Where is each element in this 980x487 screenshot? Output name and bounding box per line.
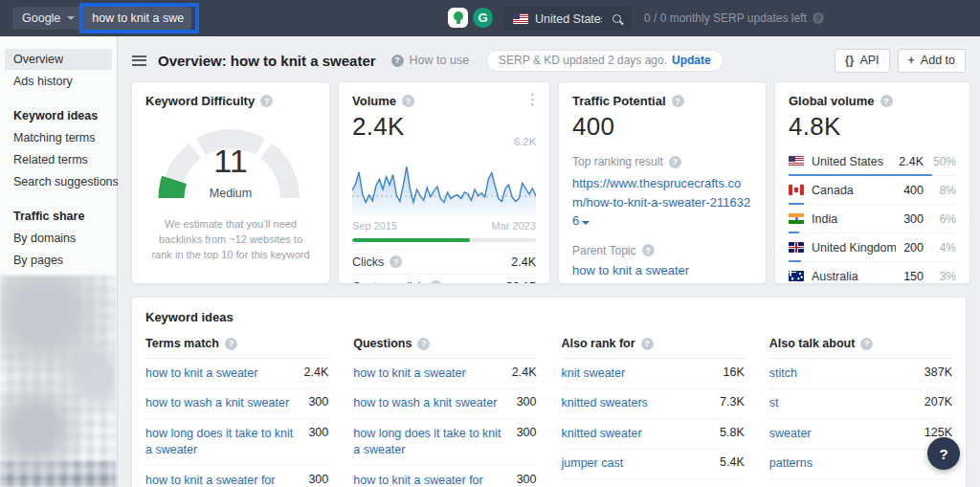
keyword-row: how to knit a sweater2.4K <box>353 359 536 389</box>
add-to-button-label: Add to <box>921 54 955 67</box>
country-percent: 3% <box>931 270 956 283</box>
keyword-link[interactable]: jumper cast <box>562 455 624 473</box>
sidebar-item-related-terms[interactable]: Related terms <box>5 149 112 170</box>
serp-updates-status: 0 / 0 monthly SERP updates left <box>644 11 824 25</box>
difficulty-gauge: 11 Medium <box>149 116 312 206</box>
api-button-label: API <box>859 54 879 67</box>
keyword-search-input[interactable] <box>84 7 191 30</box>
keyword-row: how long does it take to knit a sweater3… <box>145 419 328 466</box>
parent-topic-volume: Volume 2.4K <box>572 282 752 285</box>
sidebar-item-by-pages[interactable]: By pages <box>5 250 112 271</box>
plus-icon: + <box>908 54 915 67</box>
chevron-down-icon <box>582 221 590 225</box>
top-ranking-result-link[interactable]: https://www.thesprucecrafts.com/how-to-k… <box>572 174 752 231</box>
keyword-volume: 207K <box>924 395 952 409</box>
add-to-button[interactable]: + Add to <box>898 49 966 73</box>
help-icon[interactable] <box>642 244 655 256</box>
sparkline-svg <box>352 165 536 216</box>
country-row-us: United States2.4K50% <box>789 147 956 176</box>
keyword-link[interactable]: how to knit a sweater for beginners <box>145 473 299 487</box>
help-icon[interactable] <box>260 95 273 107</box>
keyword-row: knitted sweater5.8K <box>562 419 745 450</box>
search-engine-dropdown[interactable]: Google <box>12 7 84 30</box>
sidebar-group-header-traffic-share: Traffic share <box>5 206 112 227</box>
menu-icon[interactable] <box>132 55 146 66</box>
flag-us-icon <box>513 13 528 24</box>
keyword-row: how to knit a sweater2.4K <box>145 359 328 389</box>
help-icon[interactable] <box>813 12 824 24</box>
column-header-label: Terms match <box>145 337 219 350</box>
parent-topic-link[interactable]: how to knit a sweater <box>572 263 752 277</box>
keyword-link[interactable]: stitch <box>769 365 797 383</box>
keyword-link[interactable]: knitted sweaters <box>562 395 648 412</box>
stat-value: $0.15 <box>506 280 536 285</box>
how-to-use[interactable]: How to use <box>391 54 470 67</box>
keyword-link[interactable]: patterns <box>769 455 813 473</box>
keyword-volume: 300 <box>308 426 328 439</box>
help-icon[interactable] <box>880 95 893 107</box>
volume-title: Volume <box>352 94 396 108</box>
ahrefs-keyword-overview-page: Google United States 0 / 0 monthly SERP … <box>0 0 980 487</box>
sidebar-item-ads-history[interactable]: Ads history <box>5 71 112 92</box>
help-icon[interactable] <box>417 338 430 350</box>
country-volume: 400 <box>903 184 924 197</box>
keywords-everywhere-icon[interactable] <box>448 8 468 28</box>
keyword-link[interactable]: how long does it take to knit a sweater <box>353 426 506 459</box>
card-title-row: Traffic Potential <box>572 94 752 108</box>
sidebar: OverviewAds historyKeyword ideasMatching… <box>0 36 118 487</box>
traffic-potential-value: 400 <box>572 112 752 142</box>
help-fab-button[interactable]: ? <box>927 437 960 470</box>
keyword-link[interactable]: sweater <box>769 426 812 443</box>
kebab-menu-icon[interactable] <box>525 92 540 106</box>
sidebar-item-overview[interactable]: Overview <box>5 49 112 70</box>
country-volume: 200 <box>903 241 924 255</box>
help-icon <box>391 55 404 67</box>
difficulty-level: Medium <box>149 187 312 200</box>
metric-cards-row: Keyword Difficulty 11 Medium We estimate… <box>131 81 970 284</box>
help-icon[interactable] <box>860 338 873 350</box>
keyword-row: how to wash a knit sweater300 <box>353 389 536 420</box>
api-button[interactable]: {} API <box>835 49 890 73</box>
help-icon[interactable] <box>641 338 654 350</box>
keyword-link[interactable]: st <box>769 395 779 412</box>
keyword-row: knitted sweaters7.3K <box>562 389 745 420</box>
keyword-ideas-title: Keyword ideas <box>145 310 952 324</box>
keyword-link[interactable]: how to knit a sweater <box>353 365 465 383</box>
traffic-potential-card: Traffic Potential 400 Top ranking result… <box>558 81 767 284</box>
help-icon[interactable] <box>402 95 414 107</box>
keyword-row: sweater125K <box>769 419 952 450</box>
keyword-link[interactable]: how to wash a knit sweater <box>353 395 497 412</box>
keyword-link[interactable]: knit sweater <box>562 365 626 383</box>
keyword-link[interactable]: how to knit a sweater for beginners <box>353 473 506 487</box>
keyword-link[interactable]: how long does it take to knit a sweater <box>145 426 299 459</box>
keyword-link[interactable]: how to wash a knit sweater <box>145 395 289 412</box>
chart-max-label: 6.2K <box>514 136 536 147</box>
sidebar-item-by-domains[interactable]: By domains <box>5 228 112 249</box>
help-icon[interactable] <box>390 255 402 268</box>
keyword-link[interactable]: knitted sweater <box>562 426 642 443</box>
keyword-difficulty-title: Keyword Difficulty <box>145 94 255 108</box>
update-link[interactable]: Update <box>672 54 711 67</box>
sparkline-area <box>352 166 536 216</box>
help-icon[interactable] <box>669 156 681 168</box>
keyword-volume: 16K <box>724 365 745 379</box>
help-icon[interactable] <box>672 95 684 107</box>
country-row-in: India3006% <box>789 205 956 233</box>
keyword-link[interactable]: how to knit a sweater <box>145 365 257 383</box>
sidebar-item-search-suggestions[interactable]: Search suggestions <box>5 171 112 192</box>
volume-stats: Clicks2.4KCost per click$0.15Clicks per … <box>352 249 536 284</box>
browser-extension-icons <box>448 8 493 28</box>
column-header: Also talk about <box>769 337 952 359</box>
search-button[interactable] <box>602 7 632 31</box>
help-icon[interactable] <box>430 280 442 284</box>
help-icon[interactable] <box>225 338 237 350</box>
sidebar-item-matching-terms[interactable]: Matching terms <box>5 127 112 148</box>
country-volume-list: United States2.4K50%Canada4008%India3006… <box>789 147 956 284</box>
keyword-column-also-talk-about: Also talk aboutstitch387Kst207Ksweater12… <box>769 337 952 487</box>
result-url: https://www.thesprucecrafts.com/how-to-k… <box>572 176 750 228</box>
grammarly-icon[interactable] <box>473 8 493 28</box>
global-volume-value: 4.8K <box>789 112 956 142</box>
stat-label: Cost per click <box>352 280 442 285</box>
column-header-label: Also rank for <box>562 337 635 350</box>
card-title-row: Keyword Difficulty <box>145 94 316 108</box>
